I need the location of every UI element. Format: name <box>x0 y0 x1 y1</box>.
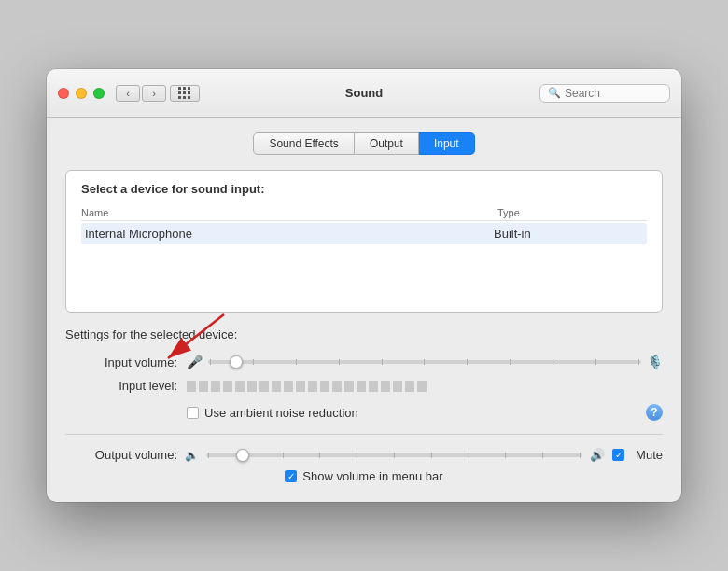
level-bar-9 <box>284 381 293 392</box>
level-bar-20 <box>417 381 427 392</box>
level-bar-15 <box>357 381 366 392</box>
output-volume-label: Output volume: <box>65 448 177 462</box>
navigation-buttons: ‹ › <box>116 85 166 102</box>
device-name: Internal Microphone <box>85 227 494 241</box>
show-volume-label: Show volume in menu bar <box>302 469 442 483</box>
device-panel: Select a device for sound input: Name Ty… <box>65 170 663 313</box>
input-level-row: Input level: <box>65 379 663 393</box>
tab-output[interactable]: Output <box>355 132 419 155</box>
level-bar-13 <box>332 381 342 392</box>
table-header: Name Type <box>81 205 647 221</box>
sound-preferences-window: ‹ › Sound 🔍 Sound Effects Output Input S… <box>47 69 681 502</box>
slider-ticks <box>208 359 641 365</box>
output-volume-row: Output volume: 🔈 🔊 ✓ Mute <box>65 448 663 462</box>
search-input[interactable] <box>565 87 662 100</box>
table-row[interactable]: Internal Microphone Built-in <box>81 223 647 244</box>
search-icon: 🔍 <box>548 87 561 99</box>
output-slider-ticks <box>206 453 582 458</box>
level-bar-14 <box>344 381 354 392</box>
maximize-button[interactable] <box>93 88 105 99</box>
level-bar-19 <box>405 381 414 392</box>
level-bar-18 <box>393 381 402 392</box>
input-level-label: Input level: <box>65 379 177 393</box>
level-bar-16 <box>369 381 378 392</box>
input-volume-label: Input volume: <box>65 355 177 369</box>
close-button[interactable] <box>58 88 69 99</box>
help-button[interactable]: ? <box>646 404 663 421</box>
mute-checkbox[interactable]: ✓ <box>612 449 624 461</box>
volume-low-icon: 🔈 <box>185 449 199 462</box>
tabs: Sound Effects Output Input <box>65 132 663 155</box>
level-bar-3 <box>211 381 220 392</box>
window-title: Sound <box>345 86 383 100</box>
input-volume-slider[interactable] <box>208 360 641 364</box>
column-type-header: Type <box>497 207 647 218</box>
search-box[interactable]: 🔍 <box>539 84 670 103</box>
show-volume-checkbox[interactable]: ✓ <box>285 470 297 482</box>
noise-reduction-label: Use ambient noise reduction <box>204 406 358 420</box>
level-bar-11 <box>308 381 317 392</box>
noise-reduction-row: Use ambient noise reduction ? <box>187 404 663 421</box>
minimize-button[interactable] <box>76 88 87 99</box>
settings-title: Settings for the selected device: <box>65 327 663 341</box>
volume-high-icon: 🔊 <box>590 448 605 462</box>
titlebar: ‹ › Sound 🔍 <box>47 69 681 118</box>
level-bar-2 <box>199 381 208 392</box>
divider <box>65 434 663 435</box>
mute-label: Mute <box>636 448 663 462</box>
microphone-high-icon: 🎙️ <box>647 355 663 369</box>
table-empty-space <box>81 244 647 300</box>
input-level-indicators <box>187 381 427 392</box>
microphone-low-icon: 🎤 <box>187 355 203 369</box>
output-volume-slider[interactable] <box>206 453 582 457</box>
back-button[interactable]: ‹ <box>116 85 140 102</box>
level-bar-5 <box>235 381 245 392</box>
level-bar-6 <box>247 381 257 392</box>
level-bar-8 <box>272 381 281 392</box>
forward-button[interactable]: › <box>142 85 166 102</box>
grid-icon <box>178 87 191 100</box>
mute-checkmark: ✓ <box>615 450 623 460</box>
level-bar-17 <box>381 381 390 392</box>
traffic-lights <box>58 88 105 99</box>
tab-input[interactable]: Input <box>419 132 475 155</box>
device-type: Built-in <box>494 227 643 241</box>
settings-section: Settings for the selected device: Input … <box>65 327 663 421</box>
level-bar-1 <box>187 381 196 392</box>
input-volume-slider-container: 🎤 🎙️ <box>187 355 663 369</box>
level-bar-4 <box>223 381 232 392</box>
input-volume-row: Input volume: 🎤 🎙️ <box>65 355 663 369</box>
tab-sound-effects[interactable]: Sound Effects <box>253 132 355 155</box>
output-volume-thumb[interactable] <box>236 449 249 462</box>
noise-reduction-checkbox[interactable] <box>187 407 199 419</box>
level-bar-12 <box>320 381 329 392</box>
level-bar-7 <box>259 381 269 392</box>
level-bar-10 <box>296 381 305 392</box>
grid-view-button[interactable] <box>170 85 200 102</box>
show-volume-checkmark: ✓ <box>287 471 295 481</box>
content-area: Sound Effects Output Input Select a devi… <box>47 118 681 502</box>
input-volume-thumb[interactable] <box>230 355 243 369</box>
column-name-header: Name <box>81 207 497 218</box>
show-volume-row: ✓ Show volume in menu bar <box>65 469 663 483</box>
panel-title: Select a device for sound input: <box>81 182 647 196</box>
